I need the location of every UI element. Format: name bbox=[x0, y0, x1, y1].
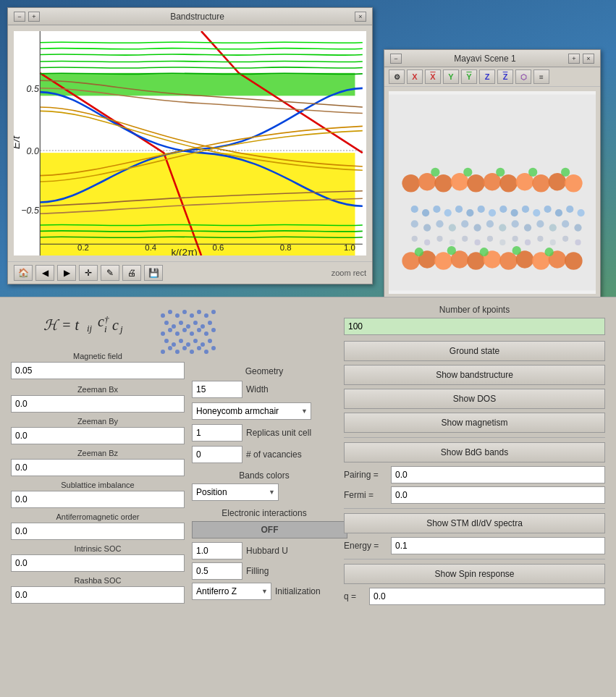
colors-row: Position Spin None ▼ bbox=[192, 483, 337, 501]
mayavi-z1-btn[interactable]: Z bbox=[479, 69, 495, 84]
svg-point-114 bbox=[211, 328, 216, 332]
svg-point-110 bbox=[182, 328, 187, 332]
fermi-row: Fermi = bbox=[344, 486, 605, 504]
svg-point-62 bbox=[412, 236, 418, 242]
init-select[interactable]: Antiferro Z Ferro Random bbox=[192, 583, 271, 600]
svg-point-42 bbox=[522, 206, 529, 213]
zeeman-bx-group: Zeeman Bx bbox=[11, 385, 185, 413]
svg-point-74 bbox=[562, 236, 568, 242]
mayavi-minimize[interactable]: − bbox=[390, 54, 402, 64]
svg-point-68 bbox=[487, 236, 493, 242]
svg-point-18 bbox=[434, 174, 452, 193]
edit-btn[interactable]: ✎ bbox=[101, 265, 119, 281]
zoom-label: zoom rect bbox=[332, 269, 366, 277]
show-magnetism-btn[interactable]: Show magnetism bbox=[344, 413, 605, 433]
forward-btn[interactable]: ▶ bbox=[57, 265, 76, 281]
mayavi-y2-btn[interactable]: Y bbox=[461, 69, 477, 84]
replicas-label: Replicas unit cell bbox=[246, 428, 311, 438]
rashba-soc-input[interactable] bbox=[11, 586, 185, 604]
svg-point-95 bbox=[182, 310, 187, 314]
svg-point-117 bbox=[179, 339, 183, 343]
bandstructure-minimize[interactable]: − bbox=[14, 12, 25, 22]
show-bandstructure-btn[interactable]: Show bandstructure bbox=[344, 365, 605, 385]
svg-point-58 bbox=[536, 220, 544, 227]
svg-point-112 bbox=[197, 328, 201, 332]
mayavi-3d-view[interactable] bbox=[389, 91, 596, 294]
svg-point-108 bbox=[168, 328, 172, 332]
svg-point-128 bbox=[204, 350, 208, 354]
svg-point-104 bbox=[193, 321, 198, 325]
svg-point-124 bbox=[175, 350, 180, 354]
chart-toolbar: 🏠 ◀ ▶ ✛ ✎ 🖨 💾 zoom rect bbox=[8, 261, 372, 284]
svg-point-126 bbox=[190, 350, 194, 354]
svg-point-90 bbox=[512, 246, 521, 255]
save-fig-btn[interactable]: 🖨 bbox=[122, 265, 141, 281]
svg-point-55 bbox=[499, 224, 506, 231]
mayavi-close[interactable]: × bbox=[583, 54, 594, 64]
show-bdg-btn[interactable]: Show BdG bands bbox=[344, 442, 605, 462]
svg-point-53 bbox=[473, 224, 481, 231]
kpoints-input[interactable] bbox=[344, 318, 605, 335]
geometry-type-select[interactable]: Honeycomb armchair Honeycomb zigzag Squa… bbox=[192, 402, 311, 420]
svg-point-127 bbox=[197, 346, 201, 350]
filling-input[interactable] bbox=[192, 562, 242, 580]
pairing-input[interactable] bbox=[391, 466, 605, 483]
zeeman-bz-group: Zeeman Bz bbox=[11, 449, 185, 476]
svg-text:ij: ij bbox=[87, 323, 93, 334]
bandstructure-maximize[interactable]: + bbox=[28, 12, 40, 22]
svg-point-66 bbox=[462, 236, 468, 242]
replicas-input[interactable] bbox=[192, 424, 242, 442]
home-btn[interactable]: 🏠 bbox=[14, 265, 33, 281]
back-btn[interactable]: ◀ bbox=[35, 265, 54, 281]
svg-point-107 bbox=[161, 331, 165, 336]
energy-input[interactable] bbox=[391, 537, 605, 554]
show-spin-btn[interactable]: Show Spin response bbox=[344, 564, 605, 584]
svg-point-48 bbox=[411, 220, 418, 227]
mayavi-y1-btn[interactable]: Y bbox=[443, 69, 459, 84]
q-input[interactable] bbox=[369, 588, 605, 605]
hubbard-input[interactable] bbox=[192, 542, 242, 559]
svg-point-46 bbox=[566, 206, 573, 213]
init-label: Initialization bbox=[275, 586, 321, 596]
pairing-row: Pairing = bbox=[344, 466, 605, 483]
zeeman-bx-input[interactable] bbox=[11, 395, 185, 413]
antiferro-input[interactable] bbox=[11, 523, 185, 540]
svg-point-121 bbox=[208, 339, 212, 343]
show-dos-btn[interactable]: Show DOS bbox=[344, 389, 605, 409]
mayavi-maximize[interactable]: + bbox=[568, 54, 580, 64]
q-label: q = bbox=[344, 591, 366, 601]
colors-select[interactable]: Position Spin None bbox=[192, 483, 279, 501]
vacancies-input[interactable] bbox=[192, 446, 242, 463]
mayavi-settings-btn[interactable]: ⚙ bbox=[389, 69, 405, 84]
ground-state-btn[interactable]: Ground state bbox=[344, 341, 605, 361]
svg-point-109 bbox=[175, 331, 180, 336]
bands-colors-section: Bands colors Position Spin None ▼ bbox=[192, 470, 337, 501]
floppy-btn[interactable]: 💾 bbox=[144, 265, 163, 281]
mayavi-3d-btn[interactable]: ⬡ bbox=[515, 69, 531, 84]
zoom-btn[interactable]: ✛ bbox=[79, 265, 98, 281]
svg-point-92 bbox=[161, 313, 165, 318]
svg-text:−0.5: −0.5 bbox=[21, 206, 39, 216]
width-input[interactable] bbox=[192, 381, 242, 398]
svg-point-52 bbox=[461, 220, 468, 227]
show-stm-btn[interactable]: Show STM dI/dV spectra bbox=[344, 513, 605, 533]
svg-point-105 bbox=[201, 324, 205, 329]
mayavi-menu-btn[interactable]: ≡ bbox=[533, 69, 549, 84]
svg-point-33 bbox=[422, 209, 429, 216]
sublattice-input[interactable] bbox=[11, 491, 185, 508]
init-wrapper: Antiferro Z Ferro Random ▼ bbox=[192, 583, 271, 600]
mayavi-z2-btn[interactable]: Z bbox=[497, 69, 513, 84]
bandstructure-close[interactable]: × bbox=[355, 12, 366, 22]
mayavi-x1-btn[interactable]: X bbox=[407, 69, 423, 84]
electronics-toggle[interactable]: OFF bbox=[192, 521, 347, 538]
mayavi-x2-btn[interactable]: X bbox=[425, 69, 441, 84]
svg-point-40 bbox=[499, 206, 507, 213]
zeeman-bz-input[interactable] bbox=[11, 459, 185, 476]
zeeman-by-input[interactable] bbox=[11, 427, 185, 444]
geometry-label: Geometry bbox=[192, 366, 337, 376]
intrinsic-soc-input[interactable] bbox=[11, 554, 185, 572]
fermi-input[interactable] bbox=[391, 486, 605, 504]
energy-label: Energy = bbox=[344, 541, 387, 551]
svg-point-101 bbox=[172, 324, 176, 329]
magnetic-field-input[interactable] bbox=[11, 362, 185, 379]
